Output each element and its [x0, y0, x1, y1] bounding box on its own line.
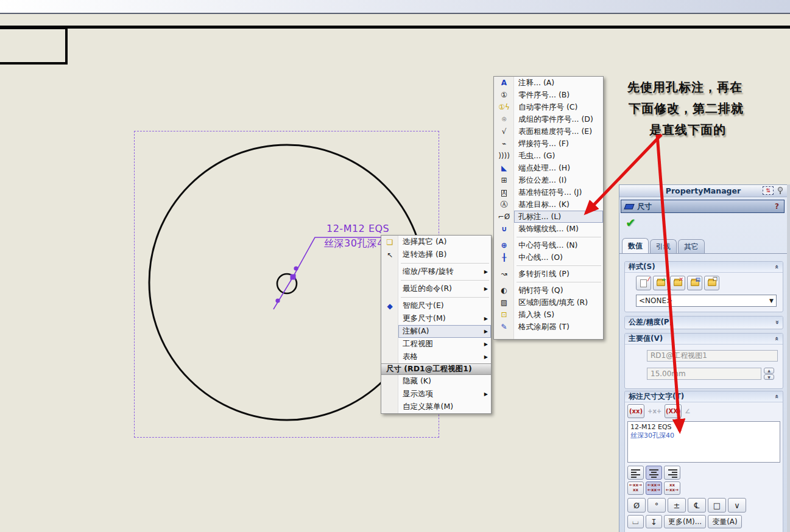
primary-value-section: 主要值(V) « RD1@工程视图1 15.00mm ▲ ▼ — [624, 333, 783, 389]
context-menu-item-dimension-header[interactable]: 尺寸 (RD1@工程视图1) — [381, 363, 491, 375]
load-style-button[interactable]: ❐ — [704, 276, 719, 290]
tab-value[interactable]: 数值 — [622, 238, 649, 254]
annotations-submenu-item-label: 格式涂刷器 (T) — [518, 322, 594, 332]
annotations-submenu-item-multi-jog-leader[interactable]: ↝多转折引线 (P) — [494, 268, 603, 280]
context-menu-item-recent-commands[interactable]: 最近的命令(R)▶ — [381, 282, 491, 295]
ok-check-icon[interactable]: ✔ — [626, 215, 636, 230]
annotations-submenu-item-hole-callout[interactable]: ⌐Ø孔标注... (L) — [494, 211, 603, 223]
style-dropdown[interactable]: <NONE> ▼ — [636, 295, 777, 307]
annotations-submenu-item-weld-symbol[interactable]: ⌁焊接符号... (F) — [494, 138, 603, 150]
context-menu-item-smart-dimension[interactable]: ◆智能尺寸(E) — [381, 299, 491, 312]
annotations-submenu-item-label: 中心线... (O) — [518, 253, 594, 263]
tab-other[interactable]: 其它 — [678, 239, 705, 254]
annotations-submenu-item-dowel-pin[interactable]: ◐销钉符号 (Q) — [494, 284, 603, 296]
delete-style-button[interactable]: ✕ — [670, 276, 685, 290]
tolerance-section-title: 公差/精度(P) — [629, 317, 672, 327]
annotations-submenu-item-datum-feature[interactable]: A基准特征符号... (J) — [494, 186, 603, 198]
collapse-chevron-icon[interactable]: « — [773, 394, 781, 399]
annotations-submenu-item-geometric-tolerance[interactable]: ⊞形位公差... (I) — [494, 174, 603, 186]
style-section-header[interactable]: 样式(S) « — [625, 262, 783, 273]
annotations-submenu-item-cosmetic-thread[interactable]: ∪装饰螺纹线... (M) — [494, 223, 603, 235]
dim-value-dual-icon[interactable]: (XX) — [665, 404, 682, 418]
annotations-submenu-item-note[interactable]: A注释... (A) — [494, 77, 603, 89]
add-style-button[interactable]: + — [653, 276, 668, 290]
align-left-button[interactable] — [627, 466, 644, 480]
justify-left-button[interactable]: ←xx→xx — [627, 481, 644, 495]
annotations-submenu-item-centerline[interactable]: ╂中心线... (O) — [494, 251, 603, 264]
annotations-submenu-item-label: 基准目标... (K) — [518, 200, 594, 210]
expand-chevron-icon[interactable]: « — [773, 320, 781, 324]
datum-feature-icon: A — [494, 189, 514, 197]
apply-default-style-button[interactable]: ⁄ — [636, 276, 651, 290]
property-manager-title: PropertyManager — [619, 185, 787, 197]
annotations-submenu-item-surface-finish[interactable]: √表面粗糙度符号... (E) — [494, 125, 603, 138]
context-menu-header-label: 尺寸 (RD1@工程视图1) — [386, 364, 472, 374]
context-menu-item-display-options[interactable]: 显示选项▶ — [381, 388, 491, 401]
centerline-symbol-button[interactable]: ℄ — [688, 498, 706, 513]
help-icon[interactable]: ? — [775, 202, 784, 211]
collapse-chevron-icon[interactable]: « — [773, 337, 781, 341]
dimension-text-area[interactable]: 12-M12 EQS 丝深30孔深40 — [627, 421, 780, 463]
annotations-submenu-item-area-hatch[interactable]: ▨区域剖面线/填充 (R) — [494, 296, 603, 309]
context-menu-item-zoom-pan-rotate[interactable]: 缩放/平移/旋转▶ — [381, 265, 491, 278]
tolerance-section-header[interactable]: 公差/精度(P) « — [625, 317, 783, 327]
auto-show-icon[interactable]: ⇅ — [763, 186, 774, 195]
dimension-text-line1: 12-M12 EQS — [630, 423, 777, 432]
counterbore-symbol-button[interactable]: ⌴ — [627, 515, 644, 528]
collapse-chevron-icon[interactable]: « — [773, 265, 781, 269]
format-painter-icon: ✎ — [494, 323, 514, 331]
annotations-submenu-item-center-mark[interactable]: ⊕中心符号线... (N) — [494, 239, 603, 251]
degree-symbol-button[interactable]: ° — [647, 498, 666, 513]
align-right-button[interactable] — [664, 466, 680, 480]
save-style-button[interactable]: ▤ — [687, 276, 702, 290]
annotations-submenu-item-insert-block[interactable]: ⊡插入块 (S) — [494, 309, 603, 321]
annotations-submenu-item-format-painter[interactable]: ✎格式涂刷器 (T) — [494, 321, 603, 333]
variable-button[interactable]: 变量(A) — [708, 515, 742, 528]
hole-callout-text-line1[interactable]: 12-M12 EQS — [326, 223, 389, 234]
primary-value-section-header[interactable]: 主要值(V) « — [625, 334, 783, 345]
annotations-submenu-item-caterpillar[interactable]: ))))毛虫... (G) — [494, 150, 603, 162]
diameter-symbol-button[interactable]: Ø — [627, 498, 646, 513]
annotations-submenu-item-datum-target[interactable]: Ⓐ基准目标... (K) — [494, 198, 603, 211]
context-menu-item-hide[interactable]: 隐藏 (K) — [381, 375, 491, 388]
annotations-submenu-item-label: 装饰螺纹线... (M) — [518, 224, 594, 234]
annotations-submenu-item-label: 插入块 (S) — [518, 310, 594, 320]
dimension-property-header: 尺寸 ? — [621, 200, 785, 213]
align-center-button[interactable] — [646, 466, 662, 480]
menu-separator — [381, 261, 491, 265]
context-menu-item-drawing-views[interactable]: 工程视图▶ — [381, 338, 491, 351]
dim-value-parentheses-icon[interactable]: (xx) — [627, 404, 644, 418]
context-menu-item-tables[interactable]: 表格▶ — [381, 351, 491, 363]
spinner-up-button[interactable]: ▲ — [764, 368, 774, 374]
spinner-down-button[interactable]: ▼ — [764, 374, 774, 380]
plus-minus-symbol-button[interactable]: ± — [668, 498, 686, 513]
context-menu-item-label: 隐藏 (K) — [403, 376, 482, 387]
square-symbol-button[interactable]: □ — [708, 498, 726, 513]
tab-leaders[interactable]: 引线 — [650, 239, 677, 254]
annotations-submenu-item-end-treatment[interactable]: ◣端点处理... (H) — [494, 162, 603, 174]
context-menu-item-more-dimensions[interactable]: 更多尺寸(M)▶ — [381, 312, 491, 325]
dimension-value-field[interactable]: 15.00mm — [647, 368, 761, 380]
annotations-submenu-item-label: 表面粗糙度符号... (E) — [518, 127, 594, 137]
sheet-title-block-corner — [0, 27, 68, 65]
more-symbols-dropdown-button[interactable]: ∨ — [728, 498, 746, 513]
dimension-text-section-header[interactable]: 标注尺寸文字(T) « — [625, 391, 783, 402]
depth-symbol-button[interactable]: ↧ — [646, 515, 662, 528]
select-other-icon: ❏ — [381, 239, 398, 246]
annotations-submenu-item-label: 焊接符号... (F) — [518, 139, 594, 149]
dimension-name-field[interactable]: RD1@工程视图1 — [647, 350, 778, 362]
context-menu-item-invert-selection[interactable]: ↖逆转选择 (B) — [381, 248, 491, 261]
context-menu-item-annotations[interactable]: 注解(A)▶ — [381, 325, 491, 338]
pin-icon[interactable] — [776, 186, 785, 195]
annotations-submenu-item-stacked-balloon[interactable]: ⌾成组的零件序号... (D) — [494, 113, 603, 125]
more-symbols-button[interactable]: 更多(M)... — [664, 515, 706, 528]
annotations-submenu-item-balloon[interactable]: ①零件序号... (B) — [494, 89, 603, 101]
justify-center-button[interactable]: ←xx→←xx→ — [646, 481, 662, 495]
context-menu-item-customize-menu[interactable]: 自定义菜单(M) — [381, 401, 491, 413]
submenu-arrow-icon: ▶ — [482, 269, 489, 275]
annotations-submenu-item-auto-balloon[interactable]: ①ϟ自动零件序号 (C) — [494, 101, 603, 113]
context-menu-item-label: 逆转选择 (B) — [403, 250, 482, 260]
context-menu-item-select-other[interactable]: ❏选择其它 (A) — [381, 236, 491, 248]
annotations-submenu-item-label: 端点处理... (H) — [518, 163, 594, 173]
justify-right-button[interactable]: xx←xx→ — [664, 481, 680, 495]
